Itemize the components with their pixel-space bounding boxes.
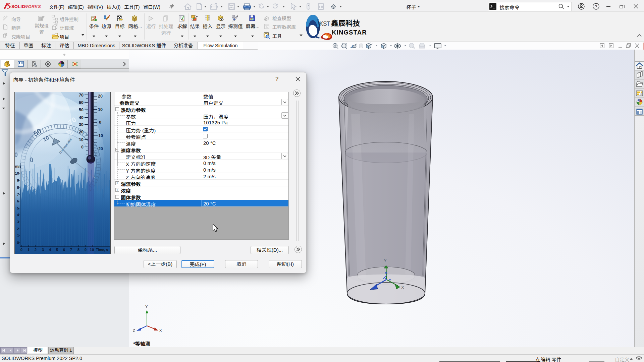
svg-text:10: 10 (98, 107, 103, 112)
svg-text:m/s: m/s (15, 164, 21, 168)
svg-text:20: 20 (98, 94, 103, 99)
svg-text:10: 10 (15, 171, 19, 175)
svg-text:Y: Y (384, 258, 387, 263)
svg-text:0: 0 (99, 120, 101, 125)
svg-text:8: 8 (77, 248, 80, 252)
svg-text:Z: Z (133, 328, 135, 333)
svg-text:5: 5 (56, 248, 58, 252)
svg-text:X: X (159, 328, 162, 333)
svg-text:50: 50 (79, 108, 84, 112)
svg-text:4: 4 (49, 248, 51, 252)
svg-text:60: 60 (79, 100, 84, 105)
svg-text:KST: KST (319, 20, 330, 27)
svg-text:70: 70 (79, 93, 84, 98)
svg-text:KINGSTAR: KINGSTAR (332, 29, 367, 36)
svg-text:9: 9 (85, 248, 87, 252)
svg-text:0: 0 (20, 248, 22, 252)
svg-text:Y: Y (145, 305, 148, 309)
svg-text:3: 3 (42, 248, 44, 252)
svg-text:2: 2 (35, 248, 37, 252)
svg-text:30: 30 (79, 122, 84, 127)
svg-text:40: 40 (79, 115, 84, 120)
svg-text:7: 7 (70, 248, 72, 252)
svg-text:X: X (401, 285, 404, 290)
svg-text:Time, s: Time, s (96, 248, 108, 252)
svg-text:1: 1 (28, 248, 30, 252)
svg-text:6: 6 (63, 248, 65, 252)
svg-text:鑫辰科技: 鑫辰科技 (331, 19, 360, 27)
svg-text:10: 10 (90, 248, 94, 252)
